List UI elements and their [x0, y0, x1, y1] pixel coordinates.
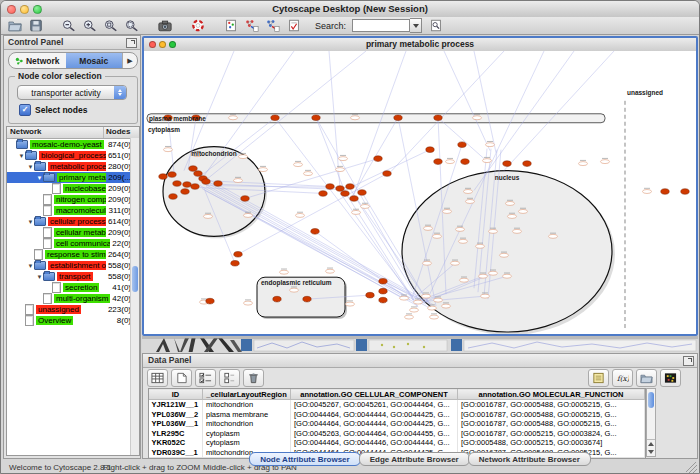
- tab-overflow-button[interactable]: ▶: [122, 53, 137, 68]
- table-cell[interactable]: YKR052C: [149, 438, 203, 448]
- network-node-unselected[interactable]: [352, 210, 361, 214]
- network-node-selected[interactable]: [434, 159, 442, 165]
- tree-expand-icon[interactable]: ▼: [27, 164, 34, 170]
- network-node-unselected[interactable]: [422, 294, 431, 298]
- network-node-unselected[interactable]: [361, 204, 370, 208]
- tree-header-network[interactable]: Network: [7, 127, 104, 138]
- save-icon[interactable]: [28, 19, 43, 33]
- network-node-selected[interactable]: [383, 171, 391, 177]
- network-node-unselected[interactable]: [424, 226, 433, 230]
- network-node-selected[interactable]: [503, 161, 511, 167]
- network-node-selected[interactable]: [681, 189, 689, 195]
- table-cell[interactable]: YPL036W__1: [149, 419, 203, 429]
- network-node-unselected[interactable]: [479, 274, 488, 278]
- network-node-unselected[interactable]: [400, 296, 409, 300]
- network-node-selected[interactable]: [366, 292, 374, 298]
- tree-expand-icon[interactable]: ▼: [36, 175, 43, 181]
- search-input[interactable]: [352, 19, 410, 32]
- data-panel-float-icon[interactable]: [683, 356, 694, 366]
- network-node-unselected[interactable]: [451, 261, 460, 265]
- network-node-unselected[interactable]: [489, 229, 498, 233]
- float-panel-icon[interactable]: [126, 38, 137, 48]
- table-cell[interactable]: cytoplasm: [203, 429, 291, 439]
- tree-header-nodes[interactable]: Nodes: [104, 127, 139, 138]
- tree-row-5[interactable]: nitrogen compound209(0): [7, 194, 139, 205]
- network-node-unselected[interactable]: [304, 172, 313, 176]
- table-cell[interactable]: YPL036W__2: [149, 410, 203, 420]
- network-node-selected[interactable]: [523, 161, 531, 167]
- network-node-unselected[interactable]: [339, 157, 348, 161]
- network-node-selected[interactable]: [191, 184, 199, 190]
- tree-row-15[interactable]: unassigned223(0): [7, 304, 139, 315]
- network-edge[interactable]: [438, 118, 484, 159]
- help-icon[interactable]: [190, 19, 205, 33]
- network-node-selected[interactable]: [168, 172, 176, 178]
- table-cell[interactable]: cytoplasm: [203, 438, 291, 448]
- network-node-selected[interactable]: [336, 186, 344, 192]
- network-edge[interactable]: [444, 51, 490, 151]
- network-node-selected[interactable]: [241, 196, 249, 202]
- network-node-selected[interactable]: [202, 179, 210, 185]
- network-node-selected[interactable]: [346, 184, 354, 190]
- network-node-selected[interactable]: [214, 181, 222, 187]
- attribute-grid-icon[interactable]: [147, 369, 168, 387]
- table-cell[interactable]: [GO:0016787, GO:0005488, GO:0005215, G..…: [458, 400, 645, 410]
- table-cell[interactable]: [GO:0045267, GO:0045261, GO:0044464, G..…: [291, 400, 458, 410]
- table-cell[interactable]: [GO:0016787, GO:0005488, GO:0005215, G..…: [458, 410, 645, 420]
- network-node-unselected[interactable]: [579, 162, 588, 166]
- network-node-unselected[interactable]: [489, 271, 498, 275]
- tree-row-13[interactable]: secretion41(0): [7, 282, 139, 293]
- network-node-unselected[interactable]: [460, 278, 469, 282]
- function-builder-icon[interactable]: f(x): [612, 369, 633, 387]
- network-node-selected[interactable]: [434, 115, 442, 121]
- network-node-unselected[interactable]: [503, 274, 512, 278]
- network-node-unselected[interactable]: [430, 315, 439, 319]
- network-node-unselected[interactable]: [280, 270, 289, 274]
- network-node-unselected[interactable]: [473, 116, 482, 120]
- network-node-unselected[interactable]: [483, 159, 492, 163]
- table-scrollbar-thumb[interactable]: [648, 392, 654, 408]
- zoom-fit-icon[interactable]: [124, 19, 139, 33]
- table-column-header[interactable]: ID: [149, 389, 203, 400]
- network-node-unselected[interactable]: [428, 306, 437, 310]
- new-attribute-icon[interactable]: [171, 369, 192, 387]
- table-cell[interactable]: [GO:0044464, GO:0044444, GO:0044425, G..…: [291, 419, 458, 429]
- network-node-selected[interactable]: [379, 288, 387, 294]
- tree-expand-icon[interactable]: ▼: [27, 219, 34, 225]
- network-node-selected[interactable]: [194, 171, 202, 177]
- network-node-unselected[interactable]: [336, 168, 345, 172]
- network-node-selected[interactable]: [319, 191, 327, 197]
- table-cell[interactable]: [GO:0045263, GO:0044464, GO:0044455, G..…: [291, 429, 458, 439]
- tree-row-12[interactable]: ▼transport558(0): [7, 271, 139, 282]
- table-cell[interactable]: [GO:0044464, GO:0044444, GO:0044425, G..…: [291, 410, 458, 420]
- tree-expand-icon[interactable]: ▼: [36, 274, 43, 280]
- tree-row-1[interactable]: ▼biological_process651(0): [7, 150, 139, 161]
- network-node-unselected[interactable]: [446, 160, 455, 164]
- network-node-selected[interactable]: [206, 298, 214, 304]
- table-column-header[interactable]: annotation.GO MOLECULAR_FUNCTION: [458, 389, 645, 400]
- tree-expand-icon[interactable]: ▼: [27, 263, 34, 269]
- network-node-unselected[interactable]: [229, 116, 238, 120]
- network-node-unselected[interactable]: [500, 253, 509, 257]
- network-canvas[interactable]: plasma membranecytoplasmmitochondrionnuc…: [144, 51, 696, 334]
- attribute-browser-icon[interactable]: [223, 19, 238, 33]
- table-cell[interactable]: [GO:0044464, GO:0044446, GO:0044444, G..…: [291, 438, 458, 448]
- network-node-unselected[interactable]: [508, 214, 517, 218]
- tree-scrollbar-thumb[interactable]: [132, 266, 138, 292]
- network-node-unselected[interactable]: [204, 214, 213, 218]
- network-node-unselected[interactable]: [326, 269, 335, 273]
- network-node-unselected[interactable]: [643, 190, 652, 194]
- network-node-unselected[interactable]: [239, 155, 248, 159]
- network-node-unselected[interactable]: [423, 261, 432, 265]
- network-node-selected[interactable]: [426, 147, 434, 153]
- table-cell[interactable]: [GO:0016787, GO:0005488, GO:0005215, G..…: [458, 419, 645, 429]
- network-node-selected[interactable]: [273, 296, 281, 302]
- tree-row-7[interactable]: ▼cellular process614(0): [7, 216, 139, 227]
- network-node-selected[interactable]: [311, 229, 319, 235]
- tree-row-2[interactable]: ▼metabolic process280(0): [7, 161, 139, 172]
- zoom-in-icon[interactable]: [82, 19, 97, 33]
- tree-row-9[interactable]: cell communication22(0): [7, 238, 139, 249]
- network-edge[interactable]: [316, 118, 422, 302]
- network-node-selected[interactable]: [271, 115, 279, 121]
- network-node-selected[interactable]: [394, 115, 402, 121]
